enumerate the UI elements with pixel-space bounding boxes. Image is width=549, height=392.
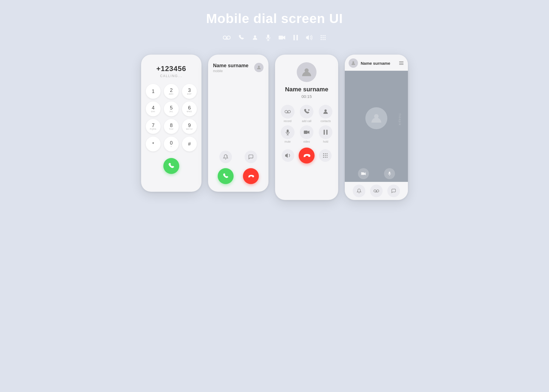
video-voicemail-button[interactable] (370, 185, 383, 197)
call-action-grid: record add call (279, 105, 334, 143)
svg-rect-31 (304, 131, 308, 134)
svg-point-15 (324, 37, 326, 38)
svg-point-42 (327, 157, 328, 158)
speaker-icon (306, 35, 312, 41)
video-feed: freepik (345, 71, 408, 165)
keypad-icon (320, 35, 326, 41)
svg-rect-33 (326, 130, 327, 135)
dial-key-9[interactable]: 9 WXYZ (182, 119, 197, 134)
svg-point-1 (227, 36, 230, 39)
svg-point-22 (285, 110, 287, 113)
action-cell-record: record (279, 105, 296, 123)
video-icon (278, 35, 285, 40)
video-menu-button[interactable] (399, 61, 404, 65)
microphone-icon (266, 34, 271, 41)
contacts-button[interactable] (319, 105, 332, 119)
dial-key-2[interactable]: 2 ABC (164, 84, 179, 99)
svg-point-40 (323, 157, 324, 158)
video-messages-button[interactable] (387, 185, 400, 197)
action-cell-mute: mute (279, 125, 296, 143)
message-button[interactable] (245, 151, 257, 163)
contact-type: mobile (213, 69, 248, 73)
dial-key-hash[interactable]: # (182, 137, 197, 151)
end-call-button[interactable] (299, 148, 315, 163)
svg-point-19 (258, 66, 260, 67)
svg-point-11 (323, 35, 324, 36)
svg-point-0 (223, 36, 226, 39)
active-contact-avatar (297, 62, 316, 82)
mute-label: mute (285, 140, 291, 143)
call-button[interactable] (163, 158, 179, 174)
dial-key-0[interactable]: 0 + (164, 137, 179, 151)
phone-video-call: Name surname freepik (345, 55, 408, 200)
incoming-call-buttons (213, 168, 264, 184)
hold-label: hold (323, 140, 328, 143)
action-cell-add-call: add call (298, 105, 315, 123)
keypad-toggle-button[interactable] (319, 149, 332, 162)
incoming-soft-actions (213, 148, 264, 163)
svg-point-23 (288, 110, 290, 113)
icon-bar (223, 34, 326, 41)
svg-point-17 (323, 39, 324, 40)
video-bottom-tabs (345, 182, 408, 200)
action-cell-contacts: contacts (318, 105, 334, 123)
dial-key-6[interactable]: 6 MNO (182, 101, 197, 116)
video-call-header: Name surname (345, 55, 408, 71)
svg-point-16 (321, 39, 322, 40)
dial-key-star[interactable]: * (146, 137, 161, 151)
video-notifications-button[interactable] (353, 185, 365, 197)
dial-key-1[interactable]: 1 (146, 84, 161, 99)
dial-key-8[interactable]: 8 TUV (164, 119, 179, 134)
decline-call-button[interactable] (243, 168, 259, 184)
phone-active-call: Name surname 00:15 record (275, 55, 338, 200)
contact-info: Name surname mobile (213, 63, 248, 73)
svg-point-49 (374, 190, 376, 192)
mute-button[interactable] (281, 125, 295, 139)
watermark: freepik (398, 114, 401, 126)
dial-key-4[interactable]: 4 GHI (146, 101, 161, 116)
svg-point-41 (325, 157, 326, 158)
svg-point-37 (323, 155, 324, 156)
svg-point-20 (226, 155, 228, 157)
hold-button[interactable] (319, 125, 332, 139)
phones-container: +123456 CALLING... 1 2 ABC 3 DEF 4 GHI 5… (141, 55, 408, 200)
record-label: record (284, 120, 291, 123)
dial-key-7[interactable]: 7 PQRS (146, 119, 161, 134)
pause-icon (293, 35, 298, 41)
svg-rect-47 (389, 172, 390, 174)
svg-point-39 (327, 155, 328, 156)
contact-avatar (254, 63, 264, 72)
accept-call-button[interactable] (218, 168, 234, 184)
action-cell-video: video (298, 125, 315, 143)
dial-key-3[interactable]: 3 DEF (182, 84, 197, 99)
phone-dialer: +123456 CALLING... 1 2 ABC 3 DEF 4 GHI 5… (141, 55, 201, 192)
dial-key-5[interactable]: 5 JKL (164, 101, 179, 116)
call-timer: 00:15 (301, 94, 312, 99)
video-controls (345, 165, 408, 182)
speaker-toggle-button[interactable] (282, 149, 294, 162)
contact-icon (252, 35, 258, 41)
phone-number-display: +123456 (156, 64, 186, 73)
remind-button[interactable] (219, 151, 232, 163)
svg-point-38 (325, 155, 326, 156)
add-call-button[interactable] (300, 105, 313, 119)
video-mic-button[interactable] (384, 168, 395, 179)
svg-point-43 (352, 61, 354, 63)
svg-point-36 (327, 153, 328, 154)
svg-rect-8 (293, 35, 295, 40)
video-contact-name: Name surname (361, 61, 396, 66)
svg-point-18 (324, 39, 326, 40)
video-button[interactable] (300, 125, 313, 139)
svg-rect-9 (296, 35, 298, 40)
video-contact-avatar (349, 58, 358, 68)
svg-point-50 (377, 190, 379, 192)
calling-status: CALLING... (160, 74, 182, 78)
svg-rect-7 (279, 36, 283, 40)
svg-rect-32 (324, 130, 325, 135)
contact-row: Name surname mobile (213, 63, 264, 73)
record-button[interactable] (281, 105, 295, 119)
video-avatar (365, 107, 387, 129)
svg-point-14 (323, 37, 324, 38)
video-off-button[interactable] (358, 168, 369, 179)
add-call-label: add call (302, 120, 311, 123)
